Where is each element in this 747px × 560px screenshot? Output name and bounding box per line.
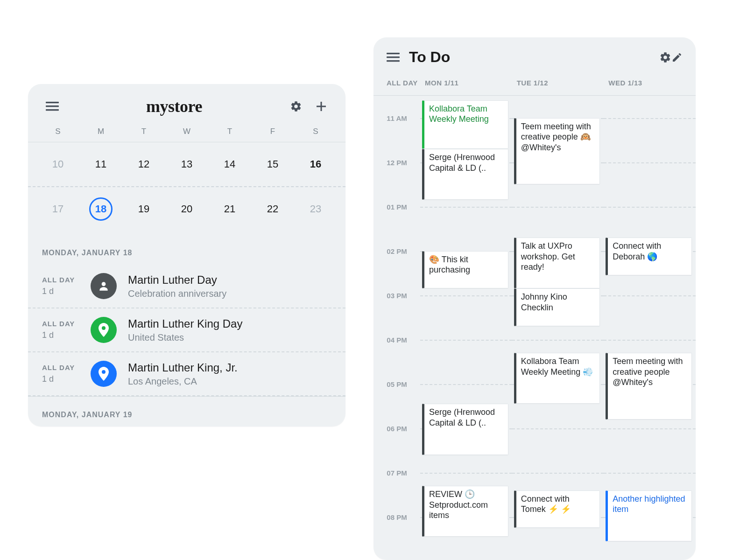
- gear-icon: [290, 100, 302, 112]
- svg-point-7: [102, 370, 106, 374]
- timeline[interactable]: 11 AM12 PM01 PM02 PM03 PM04 PM05 PM06 PM…: [374, 96, 696, 560]
- week-row: 17181920212223: [28, 187, 345, 235]
- menu-button[interactable]: [387, 53, 400, 62]
- day-cell[interactable]: 16: [294, 153, 337, 176]
- calendar-event[interactable]: Kollabora Team Weekly Meeting: [422, 100, 508, 149]
- svg-rect-2: [46, 109, 59, 111]
- agenda-date-heading: MONDAY, JANUARY 18: [28, 235, 345, 265]
- calendar-event[interactable]: REVIEW 🕒 Setproduct.com items: [422, 486, 508, 537]
- week-row: 10111213141516: [28, 142, 345, 187]
- agenda-list: MONDAY, JANUARY 18ALL DAY1 dMartin Luthe…: [28, 235, 345, 427]
- day-cell[interactable]: 17: [36, 197, 79, 221]
- agenda-body: Martin Luther King, Jr.Los Angeles, CA: [128, 361, 238, 387]
- hour-label: 05 PM: [374, 380, 420, 388]
- edit-button[interactable]: [671, 52, 683, 63]
- hour-label: 06 PM: [374, 424, 420, 432]
- day-cell[interactable]: 20: [165, 197, 208, 221]
- agenda-date-heading: MONDAY, JANUARY 19: [28, 396, 345, 427]
- grid-line: [604, 295, 696, 296]
- agenda-item[interactable]: ALL DAY1 dMartin Luther King, Jr.Los Ang…: [28, 352, 345, 396]
- svg-rect-0: [46, 102, 59, 103]
- day-cell[interactable]: 14: [208, 153, 251, 176]
- agenda-item[interactable]: ALL DAY1 dMartin Luther King DayUnited S…: [28, 308, 345, 352]
- calendar-event[interactable]: Teem meeting with creative people @White…: [606, 353, 692, 420]
- grid-line: [420, 207, 512, 208]
- hamburger-icon: [46, 102, 59, 111]
- calendar-event[interactable]: Another highlighted item: [606, 490, 692, 541]
- person-icon: [91, 273, 117, 299]
- calendar-event[interactable]: Connect with Deborah 🌎: [606, 238, 692, 275]
- hour-label: 08 PM: [374, 513, 420, 521]
- weekday-header: SMTWTFS: [28, 123, 345, 142]
- weekday-label: T: [122, 127, 165, 136]
- agenda-meta: ALL DAY1 d: [42, 320, 79, 340]
- grid-line: [604, 428, 696, 429]
- day-header[interactable]: WED 1/13: [604, 79, 696, 87]
- weekday-label: M: [79, 127, 122, 136]
- day-cell[interactable]: 22: [251, 197, 294, 221]
- hamburger-icon: [387, 53, 400, 62]
- hour-label: 12 PM: [374, 158, 420, 166]
- day-column: Teem meeting with creative people 🙉 @Whi…: [512, 96, 604, 560]
- grid-line: [420, 340, 512, 341]
- selected-day[interactable]: 18: [89, 197, 113, 221]
- day-cell[interactable]: 13: [165, 153, 208, 176]
- hour-label: 03 PM: [374, 291, 420, 299]
- day-cell[interactable]: 21: [208, 197, 251, 221]
- calendar-card: mystore SMTWTFS 101112131415161718192021…: [28, 84, 345, 427]
- day-column: Kollabora Team Weekly MeetingSerge (Hren…: [420, 96, 512, 560]
- add-button[interactable]: [310, 95, 332, 118]
- agenda-body: Martin Luther DayCelebration anniversary: [128, 273, 226, 299]
- agenda-item[interactable]: ALL DAY1 dMartin Luther DayCelebration a…: [28, 265, 345, 308]
- grid-line: [604, 340, 696, 341]
- weekday-label: S: [294, 127, 337, 136]
- plus-icon: [316, 101, 327, 112]
- calendar-event[interactable]: Talk at UXPro workshop. Get ready!: [514, 238, 600, 288]
- date-grid: 1011121314151617181920212223: [28, 142, 345, 235]
- grid-line: [604, 118, 696, 119]
- svg-rect-8: [387, 53, 400, 54]
- calendar-event[interactable]: Serge (Hrenwood Capital & LD (..: [422, 404, 508, 455]
- pin-icon: [91, 317, 117, 343]
- svg-rect-10: [387, 60, 400, 62]
- grid-line: [420, 473, 512, 474]
- svg-rect-1: [46, 105, 59, 107]
- weekday-label: W: [165, 127, 208, 136]
- settings-button[interactable]: [659, 51, 671, 63]
- grid-line: [512, 340, 604, 341]
- svg-point-5: [102, 282, 106, 286]
- gear-icon: [659, 51, 671, 63]
- grid-line: [512, 473, 604, 474]
- calendar-event[interactable]: Connect with Tomek ⚡ ⚡: [514, 490, 600, 528]
- grid-line: [512, 207, 604, 208]
- calendar-event[interactable]: Teem meeting with creative people 🙉 @Whi…: [514, 118, 600, 185]
- agenda-meta: ALL DAY1 d: [42, 364, 79, 384]
- pin-icon: [91, 361, 117, 387]
- day-cell[interactable]: 11: [79, 153, 122, 176]
- svg-point-6: [102, 326, 106, 330]
- day-header[interactable]: TUE 1/12: [512, 79, 604, 87]
- hour-label: 04 PM: [374, 336, 420, 343]
- menu-button[interactable]: [41, 95, 63, 118]
- grid-line: [604, 473, 696, 474]
- calendar-event[interactable]: 🎨 This kit purchasing: [422, 251, 508, 289]
- calendar-event[interactable]: Johnny Kino Checklin: [514, 288, 600, 326]
- day-header[interactable]: MON 1/11: [420, 79, 512, 87]
- grid-line: [604, 162, 696, 163]
- day-cell[interactable]: 19: [122, 197, 165, 221]
- day-cell[interactable]: 18: [79, 197, 122, 221]
- day-cell[interactable]: 23: [294, 197, 337, 221]
- settings-button[interactable]: [285, 95, 307, 118]
- todo-topbar: To Do: [374, 37, 696, 70]
- weekday-label: S: [36, 127, 79, 136]
- calendar-event[interactable]: Serge (Hrenwood Capital & LD (..: [422, 149, 508, 200]
- agenda-meta: ALL DAY1 d: [42, 276, 79, 296]
- weekday-label: T: [208, 127, 251, 136]
- calendar-event[interactable]: Kollabora Team Weekly Meeting 💨: [514, 353, 600, 404]
- todo-title: To Do: [409, 49, 659, 66]
- day-cell[interactable]: 12: [122, 153, 165, 176]
- allday-label: ALL DAY: [374, 79, 420, 87]
- day-cell[interactable]: 10: [36, 153, 79, 176]
- grid-line: [420, 384, 512, 385]
- day-cell[interactable]: 15: [251, 153, 294, 176]
